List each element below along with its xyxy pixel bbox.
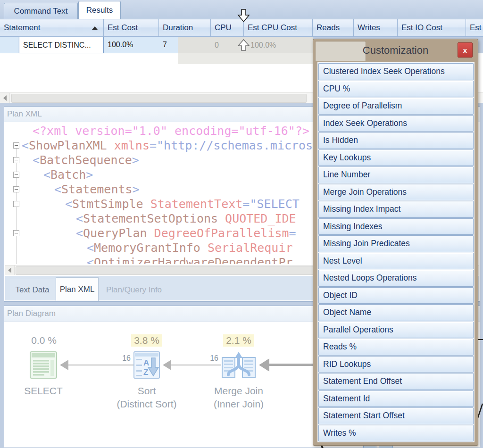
edge-arrowhead-icon [259, 358, 269, 372]
row-indent-cell[interactable] [0, 37, 19, 53]
xml-tree-gutter [6, 197, 22, 211]
customization-item[interactable]: Degree of Parallelism [318, 98, 474, 115]
close-button[interactable]: x [458, 42, 473, 58]
column-header-duration[interactable]: Duration [159, 19, 211, 37]
edge-arrowhead-icon [60, 360, 68, 370]
customization-title-bar[interactable]: Customization [313, 43, 478, 58]
customization-item[interactable]: RID Lookups [318, 356, 474, 373]
customization-item[interactable]: Statement End Offset [318, 373, 474, 390]
tab-plan-xml[interactable]: Plan XML [56, 277, 99, 301]
tree-collapse-icon[interactable] [13, 201, 19, 207]
customization-item[interactable]: Index Seek Operations [318, 115, 474, 132]
tab-plan-query-info[interactable]: Plan/Query Info [100, 279, 168, 300]
svg-text:Z: Z [143, 368, 148, 377]
merge-join-operator-icon[interactable] [221, 351, 256, 379]
node-percent-sort: 3.8 % [131, 334, 162, 347]
grid-hscroll-left-button[interactable] [0, 93, 10, 103]
customization-item[interactable]: Nested Loops Operations [318, 270, 474, 287]
node-sublabel-merge-join: (Inner Join) [206, 398, 272, 410]
sort-ascending-icon [92, 26, 98, 30]
scroll-left-icon [3, 95, 7, 101]
column-header-est-cost[interactable]: Est Cost [104, 19, 159, 37]
xml-hscroll-left-button[interactable] [5, 265, 15, 275]
customization-item[interactable]: Statement Start Offset [318, 407, 474, 424]
edge-rows-label: 16 [198, 354, 218, 363]
tree-collapse-icon[interactable] [13, 172, 19, 178]
xml-tree-gutter [6, 182, 22, 197]
cell-est-cpu-cost-grayed: 100.0% [250, 37, 276, 53]
node-label-sort: Sort [118, 385, 175, 397]
node-label-select: SELECT [15, 385, 72, 397]
cell-est-cost[interactable]: 100.0% [104, 37, 159, 53]
sort-operator-icon[interactable]: A Z [133, 351, 160, 379]
customization-item[interactable]: Line Number [318, 166, 474, 183]
tree-collapse-icon[interactable] [13, 186, 19, 192]
cell-cpu-grayed: 0 [215, 37, 219, 53]
node-label-merge-join: Merge Join [206, 385, 272, 397]
svg-text:A: A [143, 358, 149, 367]
xml-tree-gutter [6, 211, 22, 226]
xml-tree-gutter [6, 167, 22, 182]
node-percent-select: 0.0 % [27, 334, 61, 347]
node-percent-merge-join: 2.1 % [223, 334, 254, 347]
tab-text-data[interactable]: Text Data [10, 279, 55, 300]
tab-results[interactable]: Results [78, 1, 121, 19]
node-sublabel-sort: (Distinct Sort) [96, 398, 198, 410]
xml-tree-gutter [6, 226, 22, 241]
customization-panel: Customization x Clustered Index Seek Ope… [313, 39, 478, 446]
customization-item[interactable]: Merge Join Operations [318, 184, 474, 201]
select-result-icon[interactable] [30, 351, 57, 379]
plan-xml-panel-title: Plan XML [7, 109, 42, 119]
edge-arrowhead-icon [163, 360, 171, 370]
edge-rows-label: 16 [110, 354, 131, 363]
customization-item[interactable]: Reads % [318, 339, 474, 356]
tab-command-text[interactable]: Command Text [4, 3, 78, 19]
customization-item[interactable]: Missing Join Predicates [318, 235, 474, 252]
customization-item[interactable]: Key Lookups [318, 149, 474, 166]
customization-list: Clustered Index Seek Operations CPU % De… [317, 62, 475, 442]
plan-explorer-window: Command Text Results Statement Est Cost … [0, 0, 483, 448]
tree-collapse-icon[interactable] [13, 230, 19, 236]
column-header-writes[interactable]: Writes [354, 19, 398, 37]
xml-tree-gutter [6, 138, 22, 153]
xml-tree-gutter [6, 241, 22, 255]
xml-tree-gutter [6, 153, 22, 167]
column-header-reads[interactable]: Reads [313, 19, 354, 37]
customization-item[interactable]: Is Hidden [318, 132, 474, 149]
customization-item[interactable]: CPU % [318, 81, 474, 98]
customization-item[interactable]: Nest Level [318, 253, 474, 270]
customization-item[interactable]: Missing Index Impact [318, 201, 474, 218]
tree-collapse-icon[interactable] [13, 142, 19, 149]
customization-item[interactable]: Object Name [318, 304, 474, 321]
customization-item[interactable]: Missing Indexes [318, 218, 474, 235]
edge-merge-to-sort [171, 365, 221, 365]
customization-item[interactable]: Clustered Index Seek Operations [318, 63, 474, 80]
hidden-edge-fragment [478, 339, 483, 340]
plan-diagram-panel-title: Plan Diagram [7, 309, 56, 318]
drag-ghost-overlay-tail [178, 53, 313, 64]
column-header-est-cpu-cost[interactable]: Est CPU Cost [244, 19, 313, 37]
column-header-statement[interactable]: Statement [0, 19, 104, 37]
grid-hscroll-thumb[interactable] [11, 94, 307, 103]
xml-tree-gutter [6, 255, 22, 264]
drop-indicator-down-arrow-icon [237, 8, 250, 23]
customization-item[interactable]: Statement Id [318, 390, 474, 407]
column-header-est-io-cost[interactable]: Est IO Cost [398, 19, 466, 37]
scroll-left-icon [8, 267, 11, 273]
xml-tree-gutter [6, 124, 22, 138]
customization-item[interactable]: Parallel Operations [318, 322, 474, 339]
tree-collapse-icon[interactable] [13, 157, 19, 163]
column-header-est-clipped[interactable]: Est [466, 19, 483, 37]
column-header-label: Statement [4, 23, 41, 33]
customization-item[interactable]: Object ID [318, 287, 474, 304]
xml-hscroll-thumb[interactable] [16, 266, 332, 275]
cell-statement[interactable]: SELECT DISTINC... [19, 37, 104, 53]
drop-indicator-up-arrow-icon [237, 39, 250, 51]
edge-sort-to-select [68, 365, 133, 365]
customization-item[interactable]: Writes % [318, 425, 474, 442]
